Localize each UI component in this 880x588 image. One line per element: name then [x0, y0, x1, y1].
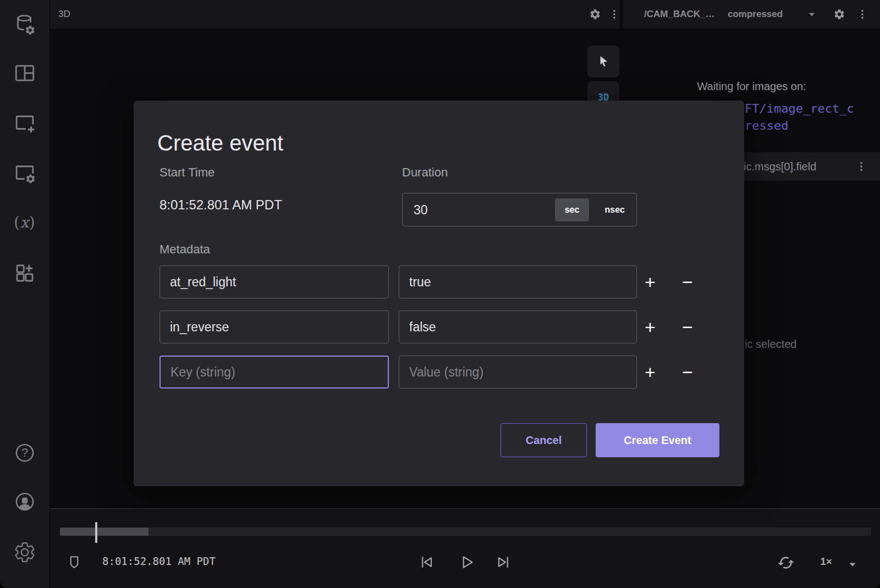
- extensions-button[interactable]: [12, 260, 37, 286]
- panel-settings-button[interactable]: [12, 160, 37, 186]
- gear-icon: [589, 8, 601, 20]
- panel-3d-settings-button[interactable]: [589, 8, 601, 20]
- start-time-value: 8:01:52.801 AM PDT: [160, 197, 282, 213]
- metadata-label: Metadata: [160, 242, 210, 257]
- metadata-row: [160, 310, 389, 343]
- duration-label: Duration: [402, 165, 448, 180]
- metadata-row: [399, 310, 637, 343]
- skip-forward-icon: [494, 552, 514, 572]
- duration-field: sec nsec: [402, 193, 637, 226]
- metadata-key-input[interactable]: [160, 310, 389, 343]
- waiting-for-images-text: Waiting for images on:: [623, 80, 880, 93]
- app-window: (x) ?: [0, 0, 880, 588]
- help-icon: ?: [13, 441, 36, 464]
- loop-playback-button[interactable]: [777, 554, 795, 572]
- add-metadata-row-button[interactable]: +: [638, 315, 662, 339]
- play-button[interactable]: [457, 552, 476, 572]
- database-gear-icon: [13, 13, 36, 36]
- settings-gear-icon: [13, 541, 36, 564]
- raw-messages-menu-button[interactable]: [855, 160, 867, 173]
- metadata-value-input[interactable]: [399, 265, 637, 298]
- layouts-icon: [13, 62, 36, 85]
- start-time-label: Start Time: [160, 165, 215, 180]
- panel-3d-title: 3D: [58, 0, 70, 29]
- metadata-row: [399, 356, 637, 389]
- data-source-settings-button[interactable]: [12, 12, 37, 37]
- current-timestamp: 8:01:52.801 AM PDT: [102, 555, 216, 567]
- seek-end-button[interactable]: [494, 552, 514, 572]
- metadata-key-input[interactable]: [160, 356, 389, 389]
- kebab-menu-icon: [608, 8, 620, 20]
- add-metadata-row-button[interactable]: +: [638, 270, 662, 294]
- topic-dropdown-caret-icon[interactable]: [806, 8, 818, 20]
- speed-dropdown-caret-icon[interactable]: [846, 558, 859, 571]
- gear-icon: [833, 8, 845, 20]
- remove-metadata-row-button[interactable]: −: [675, 360, 700, 384]
- metadata-row: [399, 265, 637, 298]
- metadata-key-input[interactable]: [160, 265, 389, 298]
- create-event-modal: Create event Start Time 8:01:52.801 AM P…: [134, 101, 744, 486]
- help-button[interactable]: ?: [12, 440, 37, 465]
- left-sidebar: (x) ?: [0, 0, 50, 588]
- timeline-track[interactable]: [60, 528, 871, 536]
- add-panel-button[interactable]: [12, 110, 37, 136]
- add-metadata-row-button[interactable]: +: [638, 360, 662, 384]
- loop-icon: [777, 554, 795, 572]
- seek-start-button[interactable]: [416, 552, 436, 572]
- svg-text:?: ?: [21, 446, 28, 459]
- variables-icon: (x): [14, 214, 35, 231]
- layouts-button[interactable]: [12, 60, 37, 86]
- playback-bar: 8:01:52.801 AM PDT 1×: [50, 508, 880, 588]
- image-panel-settings-button[interactable]: [833, 8, 845, 20]
- extensions-icon: [13, 262, 36, 285]
- panel-3d-menu-button[interactable]: [608, 8, 620, 20]
- image-panel-topic[interactable]: /CAM_BACK_…: [644, 0, 714, 29]
- variables-button[interactable]: (x): [12, 209, 37, 235]
- select-tool-button[interactable]: [587, 46, 619, 77]
- image-panel-menu-button[interactable]: [856, 8, 868, 20]
- modal-title: Create event: [157, 131, 283, 156]
- duration-input[interactable]: [413, 193, 541, 227]
- duration-unit-nsec-button[interactable]: nsec: [605, 198, 625, 221]
- app-settings-button[interactable]: [12, 540, 37, 565]
- metadata-value-input[interactable]: [399, 356, 637, 389]
- play-icon: [457, 552, 476, 572]
- image-panel-header: /CAM_BACK_… compressed: [623, 0, 880, 29]
- kebab-menu-icon: [856, 8, 868, 20]
- panel-gear-icon: [13, 162, 36, 185]
- timeline-loaded-range: [60, 528, 148, 536]
- data-security-shield-icon[interactable]: [66, 553, 82, 572]
- metadata-value-input[interactable]: [399, 310, 637, 343]
- timeline-playhead[interactable]: [95, 522, 97, 543]
- account-icon: [13, 490, 36, 513]
- skip-backward-icon: [416, 552, 436, 572]
- metadata-row: [160, 265, 389, 298]
- account-button[interactable]: [12, 489, 37, 514]
- playback-speed[interactable]: 1×: [810, 556, 843, 568]
- metadata-row: [160, 356, 389, 389]
- duration-unit-sec-button[interactable]: sec: [555, 198, 589, 221]
- panel-3d-header: 3D: [50, 0, 620, 29]
- image-panel-encoding[interactable]: compressed: [728, 0, 783, 29]
- kebab-menu-icon: [855, 160, 867, 173]
- create-event-button[interactable]: Create Event: [596, 423, 719, 457]
- add-panel-icon: [13, 112, 36, 135]
- raw-messages-empty-text: ic selected: [745, 338, 797, 351]
- cursor-arrow-icon: [596, 54, 610, 69]
- image-topic-line-1: FT/image_rect_c: [745, 102, 854, 115]
- remove-metadata-row-button[interactable]: −: [675, 270, 700, 294]
- cancel-button[interactable]: Cancel: [501, 423, 587, 457]
- image-topic-line-2: ressed: [745, 119, 788, 132]
- raw-messages-path[interactable]: ic.msgs[0].field: [744, 152, 816, 181]
- remove-metadata-row-button[interactable]: −: [675, 315, 700, 339]
